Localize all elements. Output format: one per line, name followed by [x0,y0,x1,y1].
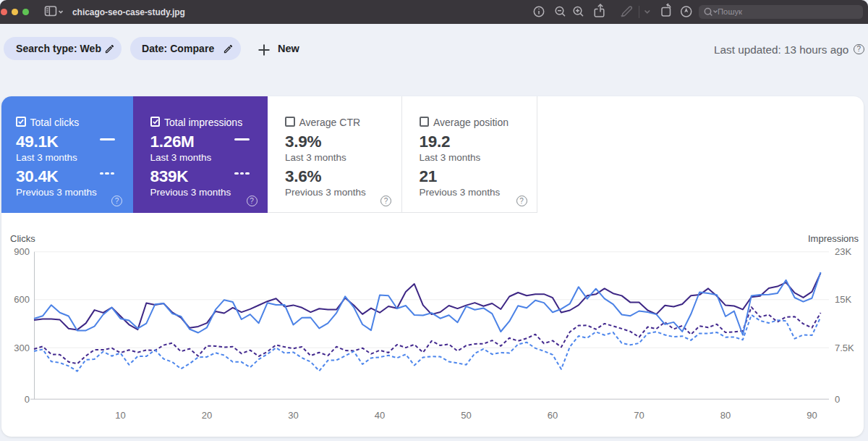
svg-text:23K: 23K [835,246,851,257]
svg-text:0: 0 [25,394,30,405]
svg-text:70: 70 [634,410,644,421]
svg-text:90: 90 [807,410,817,421]
svg-text:30: 30 [288,410,298,421]
svg-text:7.5K: 7.5K [835,343,854,353]
svg-text:300: 300 [14,343,30,353]
svg-text:50: 50 [461,410,471,421]
svg-text:900: 900 [14,246,30,257]
svg-text:20: 20 [202,410,212,421]
svg-text:15K: 15K [835,294,851,305]
svg-text:60: 60 [548,410,558,421]
svg-text:80: 80 [720,410,731,421]
svg-text:0: 0 [835,394,840,405]
svg-text:40: 40 [375,410,385,421]
svg-text:10: 10 [115,410,125,421]
svg-text:600: 600 [14,294,30,305]
svg-text:Impressions: Impressions [808,233,859,244]
svg-text:Clicks: Clicks [10,233,35,244]
